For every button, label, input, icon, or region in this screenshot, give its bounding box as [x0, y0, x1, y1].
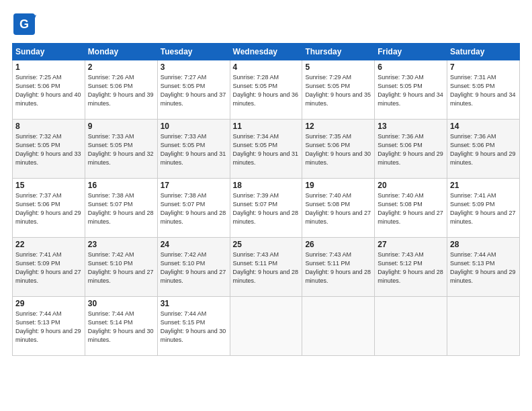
header: G: [12, 12, 520, 36]
calendar-cell: 5Sunrise: 7:29 AMSunset: 5:05 PMDaylight…: [302, 60, 375, 120]
logo: G: [12, 12, 39, 36]
day-number: 1: [15, 62, 82, 72]
calendar-cell: 11Sunrise: 7:34 AMSunset: 5:05 PMDayligh…: [230, 120, 302, 179]
day-number: 11: [233, 122, 300, 131]
calendar-cell: 8Sunrise: 7:32 AMSunset: 5:05 PMDaylight…: [13, 120, 85, 179]
calendar-cell: 15Sunrise: 7:37 AMSunset: 5:06 PMDayligh…: [13, 179, 85, 238]
weekday-header-sunday: Sunday: [13, 44, 85, 60]
day-info: Sunrise: 7:28 AMSunset: 5:05 PMDaylight:…: [233, 73, 300, 108]
day-info: Sunrise: 7:42 AMSunset: 5:10 PMDaylight:…: [161, 250, 227, 285]
calendar-cell: 17Sunrise: 7:38 AMSunset: 5:07 PMDayligh…: [157, 179, 230, 238]
day-number: 20: [378, 181, 444, 190]
day-info: Sunrise: 7:40 AMSunset: 5:08 PMDaylight:…: [305, 191, 371, 226]
calendar-cell: 23Sunrise: 7:42 AMSunset: 5:10 PMDayligh…: [85, 238, 157, 297]
calendar-cell: 24Sunrise: 7:42 AMSunset: 5:10 PMDayligh…: [157, 238, 230, 297]
calendar-cell: [302, 297, 375, 356]
weekday-header-friday: Friday: [375, 44, 447, 60]
calendar-cell: 20Sunrise: 7:40 AMSunset: 5:08 PMDayligh…: [375, 179, 447, 238]
day-number: 17: [161, 181, 227, 190]
day-info: Sunrise: 7:32 AMSunset: 5:05 PMDaylight:…: [15, 132, 82, 167]
day-info: Sunrise: 7:26 AMSunset: 5:06 PMDaylight:…: [88, 73, 154, 108]
day-number: 13: [378, 122, 444, 131]
day-info: Sunrise: 7:39 AMSunset: 5:07 PMDaylight:…: [233, 191, 300, 226]
day-number: 21: [450, 181, 517, 190]
calendar-cell: 16Sunrise: 7:38 AMSunset: 5:07 PMDayligh…: [85, 179, 157, 238]
day-info: Sunrise: 7:38 AMSunset: 5:07 PMDaylight:…: [88, 191, 154, 226]
day-info: Sunrise: 7:29 AMSunset: 5:05 PMDaylight:…: [305, 73, 371, 108]
day-info: Sunrise: 7:43 AMSunset: 5:12 PMDaylight:…: [378, 250, 444, 285]
calendar-cell: 13Sunrise: 7:36 AMSunset: 5:06 PMDayligh…: [375, 120, 447, 179]
day-number: 30: [88, 299, 154, 308]
day-info: Sunrise: 7:44 AMSunset: 5:13 PMDaylight:…: [450, 250, 517, 285]
calendar-cell: 6Sunrise: 7:30 AMSunset: 5:05 PMDaylight…: [375, 60, 447, 120]
calendar-cell: 26Sunrise: 7:43 AMSunset: 5:11 PMDayligh…: [302, 238, 375, 297]
day-number: 7: [450, 62, 517, 72]
week-row-2: 8Sunrise: 7:32 AMSunset: 5:05 PMDaylight…: [13, 120, 520, 179]
day-info: Sunrise: 7:41 AMSunset: 5:09 PMDaylight:…: [15, 250, 82, 285]
calendar-cell: 19Sunrise: 7:40 AMSunset: 5:08 PMDayligh…: [302, 179, 375, 238]
weekday-header-tuesday: Tuesday: [157, 44, 230, 60]
weekday-header-saturday: Saturday: [447, 44, 520, 60]
day-number: 28: [450, 240, 517, 249]
day-info: Sunrise: 7:44 AMSunset: 5:15 PMDaylight:…: [161, 310, 227, 345]
calendar-cell: 25Sunrise: 7:43 AMSunset: 5:11 PMDayligh…: [230, 238, 302, 297]
day-number: 23: [88, 240, 154, 249]
day-info: Sunrise: 7:30 AMSunset: 5:05 PMDaylight:…: [378, 73, 444, 108]
day-number: 15: [15, 181, 82, 190]
day-number: 9: [88, 122, 154, 131]
day-info: Sunrise: 7:44 AMSunset: 5:13 PMDaylight:…: [15, 310, 82, 345]
day-info: Sunrise: 7:37 AMSunset: 5:06 PMDaylight:…: [15, 191, 82, 226]
day-number: 12: [305, 122, 371, 131]
day-number: 16: [88, 181, 154, 190]
calendar-cell: 28Sunrise: 7:44 AMSunset: 5:13 PMDayligh…: [447, 238, 520, 297]
day-info: Sunrise: 7:44 AMSunset: 5:14 PMDaylight:…: [88, 310, 154, 345]
page: G SundayMondayTuesdayWednesdayThursdayFr…: [0, 0, 532, 411]
day-info: Sunrise: 7:33 AMSunset: 5:05 PMDaylight:…: [88, 132, 154, 167]
day-info: Sunrise: 7:38 AMSunset: 5:07 PMDaylight:…: [161, 191, 227, 226]
day-number: 5: [305, 62, 371, 72]
calendar-cell: 27Sunrise: 7:43 AMSunset: 5:12 PMDayligh…: [375, 238, 447, 297]
logo-icon: G: [12, 12, 36, 36]
calendar-cell: 12Sunrise: 7:35 AMSunset: 5:06 PMDayligh…: [302, 120, 375, 179]
calendar-cell: [447, 297, 520, 356]
calendar-cell: 7Sunrise: 7:31 AMSunset: 5:05 PMDaylight…: [447, 60, 520, 120]
day-info: Sunrise: 7:42 AMSunset: 5:10 PMDaylight:…: [88, 250, 154, 285]
calendar-cell: 2Sunrise: 7:26 AMSunset: 5:06 PMDaylight…: [85, 60, 157, 120]
day-info: Sunrise: 7:35 AMSunset: 5:06 PMDaylight:…: [305, 132, 371, 167]
week-row-1: 1Sunrise: 7:25 AMSunset: 5:06 PMDaylight…: [13, 60, 520, 120]
day-number: 2: [88, 62, 154, 72]
day-number: 26: [305, 240, 371, 249]
day-number: 31: [161, 299, 227, 308]
day-number: 3: [161, 62, 227, 72]
day-info: Sunrise: 7:25 AMSunset: 5:06 PMDaylight:…: [15, 73, 82, 108]
svg-text:G: G: [19, 17, 29, 31]
day-number: 29: [15, 299, 82, 308]
day-number: 27: [378, 240, 444, 249]
day-number: 25: [233, 240, 300, 249]
calendar-cell: 3Sunrise: 7:27 AMSunset: 5:05 PMDaylight…: [157, 60, 230, 120]
week-row-4: 22Sunrise: 7:41 AMSunset: 5:09 PMDayligh…: [13, 238, 520, 297]
calendar-cell: 31Sunrise: 7:44 AMSunset: 5:15 PMDayligh…: [157, 297, 230, 356]
day-info: Sunrise: 7:43 AMSunset: 5:11 PMDaylight:…: [305, 250, 371, 285]
calendar-cell: 14Sunrise: 7:36 AMSunset: 5:06 PMDayligh…: [447, 120, 520, 179]
calendar: SundayMondayTuesdayWednesdayThursdayFrid…: [12, 43, 520, 356]
day-number: 8: [15, 122, 82, 131]
day-info: Sunrise: 7:41 AMSunset: 5:09 PMDaylight:…: [450, 191, 517, 226]
day-info: Sunrise: 7:33 AMSunset: 5:05 PMDaylight:…: [161, 132, 227, 167]
day-info: Sunrise: 7:31 AMSunset: 5:05 PMDaylight:…: [450, 73, 517, 108]
week-row-3: 15Sunrise: 7:37 AMSunset: 5:06 PMDayligh…: [13, 179, 520, 238]
calendar-cell: 4Sunrise: 7:28 AMSunset: 5:05 PMDaylight…: [230, 60, 302, 120]
day-info: Sunrise: 7:36 AMSunset: 5:06 PMDaylight:…: [378, 132, 444, 167]
day-number: 14: [450, 122, 517, 131]
weekday-header-monday: Monday: [85, 44, 157, 60]
day-number: 18: [233, 181, 300, 190]
day-info: Sunrise: 7:27 AMSunset: 5:05 PMDaylight:…: [161, 73, 227, 108]
calendar-cell: 21Sunrise: 7:41 AMSunset: 5:09 PMDayligh…: [447, 179, 520, 238]
day-number: 19: [305, 181, 371, 190]
calendar-cell: [375, 297, 447, 356]
day-number: 10: [161, 122, 227, 131]
calendar-cell: 18Sunrise: 7:39 AMSunset: 5:07 PMDayligh…: [230, 179, 302, 238]
day-info: Sunrise: 7:34 AMSunset: 5:05 PMDaylight:…: [233, 132, 300, 167]
day-number: 4: [233, 62, 300, 72]
day-info: Sunrise: 7:36 AMSunset: 5:06 PMDaylight:…: [450, 132, 517, 167]
